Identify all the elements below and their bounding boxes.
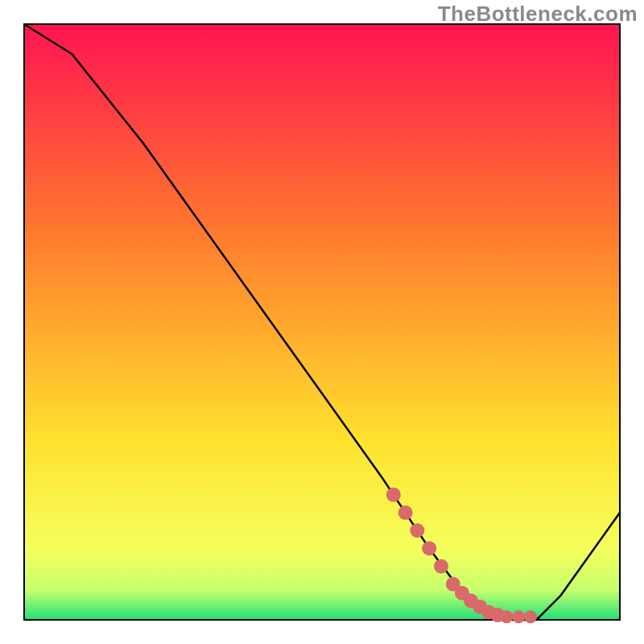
marker-dot — [398, 506, 413, 520]
marker-dot — [422, 541, 436, 555]
marker-dot — [434, 559, 448, 573]
marker-dot — [410, 523, 424, 538]
marker-dot — [386, 488, 401, 502]
plot-background — [24, 24, 620, 620]
marker-dot — [512, 610, 525, 623]
chart-svg — [0, 0, 644, 644]
watermark-text: TheBottleneck.com — [438, 2, 638, 27]
marker-dot — [524, 610, 537, 623]
marker-dot — [500, 610, 513, 623]
chart-container: TheBottleneck.com — [0, 0, 644, 644]
